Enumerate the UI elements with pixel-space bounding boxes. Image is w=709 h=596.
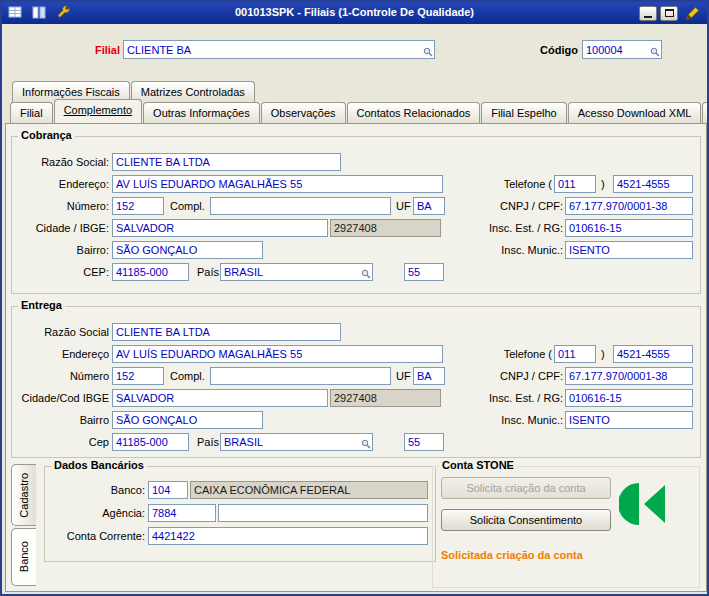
cobranca-compl-label: Compl.: [170, 200, 205, 212]
solicita-criacao-button[interactable]: Solicita criação da conta: [441, 477, 611, 499]
app-window: 001013SPK - Filiais (1-Controle De Quali…: [0, 0, 709, 596]
cobranca-title: Cobrança: [18, 129, 75, 141]
side-tab-banco-label: Banco: [18, 541, 30, 572]
tab-filial[interactable]: Filial: [10, 102, 53, 123]
entrega-numero-input[interactable]: [112, 367, 164, 385]
cobranca-cidade-input[interactable]: [112, 219, 328, 237]
cobranca-telefone-close-label: ): [601, 178, 605, 190]
wrench-icon[interactable]: [56, 5, 71, 20]
titlebar-icons: [8, 5, 71, 20]
entrega-insc-est-input[interactable]: [565, 389, 693, 407]
tab-filial-espelho[interactable]: Filial Espelho: [481, 102, 566, 123]
entrega-compl-input[interactable]: [210, 367, 391, 385]
side-tab-banco[interactable]: Banco: [11, 528, 36, 586]
minimize-icon: [644, 16, 652, 18]
cobranca-telefone-input[interactable]: [613, 175, 693, 193]
cobranca-insc-est-label: Insc. Est. / RG:: [433, 222, 563, 234]
entrega-telefone-label: Telefone (: [450, 348, 552, 360]
entrega-telefone-close-label: ): [601, 348, 605, 360]
cobranca-bairro-label: Bairro:: [12, 244, 109, 256]
window-title: 001013SPK - Filiais (1-Controle De Quali…: [2, 6, 707, 18]
main-tab-bar: Filial Complemento Outras Informações Ob…: [10, 102, 709, 123]
tab-log[interactable]: Log: [702, 102, 709, 123]
entrega-insc-mun-input[interactable]: [565, 411, 693, 429]
entrega-cnpj-input[interactable]: [565, 367, 693, 385]
entrega-pais-label: País: [197, 436, 219, 448]
cobranca-pais-input[interactable]: [220, 263, 373, 281]
banco-label: Banco:: [53, 484, 145, 496]
cobranca-cep-input[interactable]: [112, 263, 189, 281]
codigo-field: [582, 40, 662, 59]
entrega-insc-est-label: Insc. Est. / RG:: [433, 392, 563, 404]
maximize-icon: [665, 9, 674, 17]
cobranca-endereco-input[interactable]: [112, 175, 443, 193]
solicita-consentimento-button[interactable]: Solicita Consentimento: [441, 509, 611, 531]
entrega-ibge-input: [330, 389, 441, 407]
entrega-compl-label: Compl.: [170, 370, 205, 382]
entrega-endereco-input[interactable]: [112, 345, 443, 363]
columns-icon[interactable]: [32, 5, 47, 20]
stone-status-text: Solicitada criação da conta: [441, 549, 583, 561]
cobranca-ddi-input[interactable]: [404, 263, 444, 281]
entrega-razao-input[interactable]: [112, 323, 341, 341]
entrega-ddd-input[interactable]: [554, 345, 596, 363]
tab-outras-informacoes[interactable]: Outras Informações: [143, 102, 260, 123]
banco-nome-input: [190, 481, 428, 499]
entrega-telefone-input[interactable]: [613, 345, 693, 363]
cobranca-insc-mun-label: Insc. Munic.:: [433, 244, 563, 256]
grid-icon[interactable]: [8, 5, 23, 20]
tab-observacoes[interactable]: Observações: [261, 102, 346, 123]
cobranca-insc-est-input[interactable]: [565, 219, 693, 237]
filial-label: Filial: [60, 44, 120, 56]
entrega-uf-label: UF: [396, 370, 411, 382]
agencia-extra-input[interactable]: [218, 504, 428, 522]
conta-corrente-label: Conta Corrente:: [53, 530, 145, 542]
banco-codigo-input[interactable]: [148, 481, 188, 499]
tab-complemento[interactable]: Complemento: [54, 99, 142, 123]
magnifier-icon[interactable]: [423, 47, 433, 57]
cobranca-cnpj-input[interactable]: [565, 197, 693, 215]
conta-corrente-input[interactable]: [148, 527, 428, 545]
entrega-bairro-input[interactable]: [112, 411, 263, 429]
tab-contatos-relacionados[interactable]: Contatos Relacionados: [347, 102, 481, 123]
entrega-cidade-input[interactable]: [112, 389, 328, 407]
cobranca-pais-field: [220, 263, 373, 281]
entrega-cep-label: Cep: [12, 436, 109, 448]
entrega-pais-field: [220, 433, 373, 451]
cobranca-compl-input[interactable]: [210, 197, 391, 215]
cobranca-cep-label: CEP:: [12, 266, 109, 278]
maximize-button[interactable]: [660, 6, 678, 21]
cobranca-razao-input[interactable]: [112, 153, 341, 171]
entrega-group: Entrega Razão Social Endereço Número Com…: [11, 306, 701, 458]
stone-green-icon: [619, 481, 667, 527]
cobranca-razao-label: Razão Social:: [12, 156, 109, 168]
agencia-input[interactable]: [148, 504, 216, 522]
entrega-endereco-label: Endereço: [12, 348, 109, 360]
magnifier-icon[interactable]: [650, 47, 660, 57]
side-tab-cadastro[interactable]: Cadastro: [11, 464, 36, 526]
tab-matrizes-controladas[interactable]: Matrizes Controladas: [131, 81, 255, 102]
cobranca-bairro-input[interactable]: [112, 241, 263, 259]
entrega-cep-input[interactable]: [112, 433, 189, 451]
cobranca-numero-label: Número:: [12, 200, 109, 212]
codigo-label: Código: [500, 44, 578, 56]
titlebar-controls: [639, 5, 701, 21]
cobranca-insc-mun-input[interactable]: [565, 241, 693, 259]
filial-input[interactable]: [123, 40, 435, 59]
entrega-pais-input[interactable]: [220, 433, 373, 451]
magnifier-icon[interactable]: [361, 269, 371, 279]
edit-pencil-icon[interactable]: [685, 5, 701, 21]
cobranca-ddd-input[interactable]: [554, 175, 596, 193]
conta-stone-title: Conta STONE: [439, 459, 517, 471]
cobranca-telefone-label: Telefone (: [450, 178, 552, 190]
cobranca-numero-input[interactable]: [112, 197, 164, 215]
magnifier-icon[interactable]: [361, 439, 371, 449]
filial-field: [123, 40, 435, 59]
tab-acesso-download-xml[interactable]: Acesso Download XML: [568, 102, 702, 123]
minimize-button[interactable]: [639, 6, 657, 21]
complemento-page: Cobrança Razão Social: Endereço: Número:…: [5, 123, 707, 592]
cobranca-uf-label: UF: [396, 200, 411, 212]
cobranca-endereco-label: Endereço:: [12, 178, 109, 190]
dados-bancarios-title: Dados Bancários: [51, 459, 147, 471]
entrega-ddi-input[interactable]: [404, 433, 444, 451]
